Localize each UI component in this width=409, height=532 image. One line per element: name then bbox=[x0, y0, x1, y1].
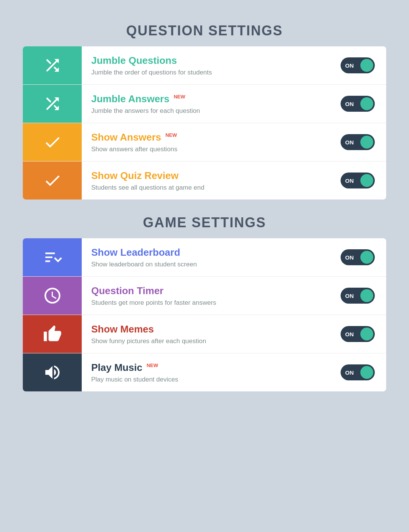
game-settings-title: GAME SETTINGS bbox=[23, 215, 386, 231]
play-music-new-badge: NEW bbox=[147, 363, 158, 368]
jumble-answers-toggle-container: ON bbox=[329, 96, 386, 112]
play-music-row: Play Music NEW Play music on student dev… bbox=[23, 353, 386, 391]
show-leaderboard-content: Show Leaderboard Show leaderboard on stu… bbox=[82, 239, 329, 276]
question-timer-toggle-knob bbox=[360, 289, 373, 302]
jumble-questions-name: Jumble Questions bbox=[91, 55, 320, 66]
play-music-toggle-knob bbox=[360, 366, 373, 379]
jumble-questions-toggle[interactable]: ON bbox=[341, 57, 375, 73]
show-memes-icon bbox=[23, 315, 82, 353]
show-leaderboard-toggle[interactable]: ON bbox=[341, 249, 375, 265]
show-quiz-review-toggle[interactable]: ON bbox=[341, 173, 375, 188]
jumble-answers-toggle-knob bbox=[360, 97, 373, 110]
show-quiz-review-desc: Students see all questions at game end bbox=[91, 184, 320, 192]
show-leaderboard-icon bbox=[23, 238, 82, 276]
jumble-questions-toggle-container: ON bbox=[329, 57, 386, 73]
show-leaderboard-name: Show Leaderboard bbox=[91, 247, 320, 258]
show-memes-toggle-knob bbox=[360, 328, 373, 340]
show-leaderboard-toggle-label: ON bbox=[345, 254, 354, 261]
show-answers-desc: Show answers after questions bbox=[91, 146, 320, 153]
jumble-answers-toggle-label: ON bbox=[345, 101, 354, 107]
question-timer-toggle[interactable]: ON bbox=[341, 288, 375, 304]
show-memes-name: Show Memes bbox=[91, 323, 320, 335]
show-answers-toggle-container: ON bbox=[329, 134, 386, 150]
jumble-answers-name: Jumble Answers NEW bbox=[91, 93, 320, 105]
show-memes-toggle[interactable]: ON bbox=[341, 326, 375, 342]
jumble-answers-content: Jumble Answers NEW Jumble the answers fo… bbox=[82, 86, 329, 122]
question-timer-icon bbox=[23, 277, 82, 315]
show-quiz-review-content: Show Quiz Review Students see all questi… bbox=[82, 162, 329, 199]
show-memes-toggle-label: ON bbox=[345, 331, 354, 337]
play-music-toggle-label: ON bbox=[345, 369, 354, 376]
show-leaderboard-toggle-knob bbox=[360, 251, 373, 264]
play-music-desc: Play music on student devices bbox=[91, 376, 320, 383]
show-memes-toggle-container: ON bbox=[329, 326, 386, 342]
show-answers-toggle-label: ON bbox=[345, 139, 354, 146]
question-timer-toggle-label: ON bbox=[345, 293, 354, 299]
show-quiz-review-name: Show Quiz Review bbox=[91, 170, 320, 182]
jumble-questions-row: Jumble Questions Jumble the order of que… bbox=[23, 46, 386, 85]
show-quiz-review-icon bbox=[23, 162, 82, 200]
question-timer-row: Question Timer Students get more points … bbox=[23, 277, 386, 315]
jumble-answers-icon bbox=[23, 85, 82, 123]
show-quiz-review-row: Show Quiz Review Students see all questi… bbox=[23, 162, 386, 200]
jumble-answers-desc: Jumble the answers for each question bbox=[91, 107, 320, 115]
show-memes-desc: Show funny pictures after each question bbox=[91, 337, 320, 345]
question-timer-desc: Students get more points for faster answ… bbox=[91, 299, 320, 307]
show-memes-content: Show Memes Show funny pictures after eac… bbox=[82, 316, 329, 353]
question-timer-name: Question Timer bbox=[91, 285, 320, 297]
jumble-questions-content: Jumble Questions Jumble the order of que… bbox=[82, 47, 329, 84]
question-settings-title: QUESTION SETTINGS bbox=[23, 23, 386, 39]
jumble-questions-toggle-label: ON bbox=[345, 62, 354, 69]
game-settings-card: Show Leaderboard Show leaderboard on stu… bbox=[23, 238, 386, 391]
play-music-name: Play Music NEW bbox=[91, 362, 320, 374]
show-quiz-review-toggle-container: ON bbox=[329, 173, 386, 188]
show-leaderboard-row: Show Leaderboard Show leaderboard on stu… bbox=[23, 238, 386, 277]
show-answers-toggle-knob bbox=[360, 136, 373, 149]
jumble-answers-toggle[interactable]: ON bbox=[341, 96, 375, 112]
show-answers-new-badge: NEW bbox=[165, 132, 177, 138]
jumble-answers-row: Jumble Answers NEW Jumble the answers fo… bbox=[23, 85, 386, 123]
show-leaderboard-toggle-container: ON bbox=[329, 249, 386, 265]
play-music-icon bbox=[23, 353, 82, 391]
show-answers-toggle[interactable]: ON bbox=[341, 134, 375, 150]
show-quiz-review-toggle-label: ON bbox=[345, 177, 354, 184]
jumble-questions-desc: Jumble the order of questions for studen… bbox=[91, 69, 320, 76]
play-music-content: Play Music NEW Play music on student dev… bbox=[82, 354, 329, 391]
play-music-toggle[interactable]: ON bbox=[341, 364, 375, 380]
show-quiz-review-toggle-knob bbox=[360, 174, 373, 187]
show-leaderboard-desc: Show leaderboard on student screen bbox=[91, 261, 320, 268]
show-answers-name: Show Answers NEW bbox=[91, 131, 320, 143]
play-music-toggle-container: ON bbox=[329, 364, 386, 380]
show-answers-row: Show Answers NEW Show answers after ques… bbox=[23, 123, 386, 162]
question-timer-toggle-container: ON bbox=[329, 288, 386, 304]
show-answers-icon bbox=[23, 123, 82, 161]
question-settings-card: Jumble Questions Jumble the order of que… bbox=[23, 46, 386, 200]
show-memes-row: Show Memes Show funny pictures after eac… bbox=[23, 315, 386, 353]
jumble-questions-toggle-knob bbox=[360, 59, 373, 72]
jumble-answers-new-badge: NEW bbox=[174, 94, 185, 100]
jumble-questions-icon bbox=[23, 46, 82, 84]
show-answers-content: Show Answers NEW Show answers after ques… bbox=[82, 124, 329, 161]
question-timer-content: Question Timer Students get more points … bbox=[82, 277, 329, 314]
